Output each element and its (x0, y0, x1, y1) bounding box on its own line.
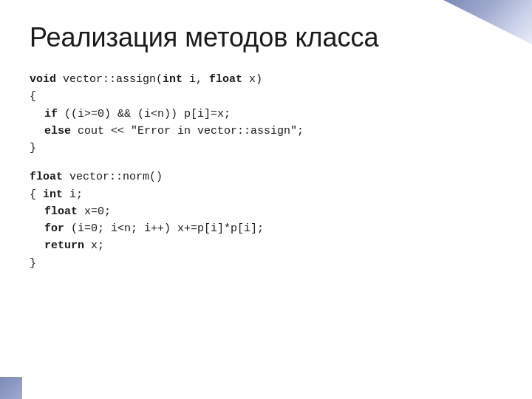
slide-content: Реализация методов класса void vector::a… (0, 0, 532, 399)
keyword-for: for (44, 222, 64, 235)
code-line: void vector::assign(int i, float x) (30, 71, 502, 88)
keyword-else: else (44, 125, 71, 137)
code-line: { int i; (30, 186, 502, 203)
code-line: return x; (30, 237, 502, 254)
code-block: void vector::assign(int i, float x) { if… (30, 71, 502, 272)
code-section-norm: float vector::norm() { int i; float x=0;… (30, 168, 502, 272)
keyword-return: return (44, 239, 84, 252)
code-line: { (30, 88, 502, 105)
code-line: float vector::norm() (30, 168, 502, 185)
code-line: for (i=0; i<n; i++) x+=p[i]*p[i]; (30, 220, 502, 237)
keyword-float: float (44, 205, 78, 218)
keyword-float: float (209, 73, 242, 86)
keyword-int: int (43, 188, 63, 201)
keyword-float: float (30, 171, 63, 183)
code-line: else cout << "Error in vector::assign"; (30, 123, 502, 140)
slide-title: Реализация методов класса (30, 22, 502, 53)
code-line: } (30, 255, 502, 272)
code-line: } (30, 140, 502, 157)
code-line: float x=0; (30, 203, 502, 220)
keyword-if: if (44, 108, 58, 120)
code-line: if ((i>=0) && (i<n)) p[i]=x; (30, 106, 502, 123)
keyword-void: void (30, 73, 56, 86)
code-section-assign: void vector::assign(int i, float x) { if… (30, 71, 502, 157)
keyword-int: int (163, 73, 183, 86)
